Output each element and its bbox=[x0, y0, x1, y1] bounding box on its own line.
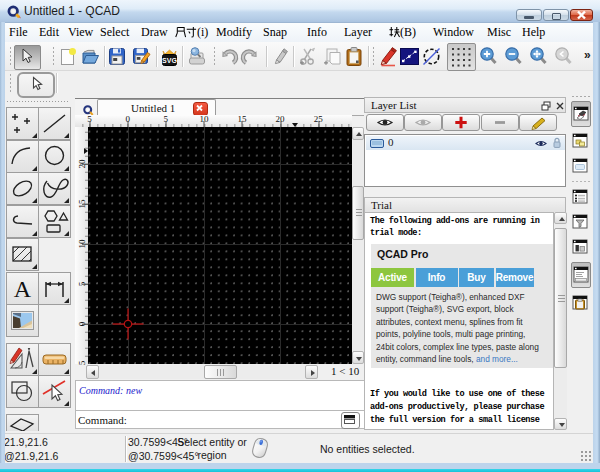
print-preview-icon[interactable] bbox=[188, 46, 206, 67]
close-panel-icon[interactable] bbox=[555, 101, 565, 111]
toolbar-handle[interactable] bbox=[9, 73, 12, 93]
vertical-scrollbar[interactable] bbox=[352, 127, 364, 364]
toolbar-handle[interactable] bbox=[52, 46, 55, 67]
cut-icon[interactable] bbox=[298, 46, 319, 67]
add-layer-button[interactable] bbox=[442, 114, 480, 131]
tool-arc[interactable] bbox=[6, 140, 39, 173]
menu-dimension[interactable]: (i) bbox=[175, 25, 208, 40]
property-editor-toggle-button[interactable] bbox=[571, 156, 591, 177]
maximize-button[interactable] bbox=[543, 9, 569, 21]
auto-zoom-icon[interactable] bbox=[529, 46, 548, 66]
remove-layer-button[interactable] bbox=[481, 114, 519, 131]
selection-filter-toggle-button[interactable] bbox=[571, 212, 591, 233]
copy-icon[interactable] bbox=[322, 46, 342, 67]
scroll-right-button[interactable] bbox=[305, 365, 318, 379]
paste-icon[interactable] bbox=[345, 46, 363, 67]
hide-all-layers-button[interactable] bbox=[404, 114, 442, 131]
document-tab[interactable]: Untitled 1 bbox=[97, 99, 216, 115]
drawing-canvas[interactable] bbox=[88, 127, 352, 364]
edit-properties-icon[interactable] bbox=[379, 46, 398, 67]
command-line-toggle-button[interactable] bbox=[571, 262, 591, 288]
toolbar-handle[interactable] bbox=[372, 46, 375, 67]
tool-boolean-shapes[interactable] bbox=[6, 375, 39, 408]
tool-isometric[interactable] bbox=[6, 414, 39, 431]
menu-layer[interactable]: Layer bbox=[344, 25, 372, 40]
toolbar-handle[interactable] bbox=[571, 180, 591, 183]
command-line-window-button[interactable] bbox=[341, 412, 360, 429]
save-as-icon[interactable] bbox=[132, 47, 151, 66]
grid-toggle-button[interactable] bbox=[447, 43, 476, 71]
scroll-down-button[interactable] bbox=[554, 418, 567, 430]
tool-text[interactable]: A bbox=[6, 272, 39, 305]
tool-ellipse[interactable] bbox=[6, 172, 39, 205]
menu-file[interactable]: File bbox=[9, 25, 28, 40]
tool-image[interactable] bbox=[6, 304, 39, 337]
layer-visible-icon[interactable] bbox=[535, 139, 547, 148]
scroll-up-button[interactable] bbox=[554, 212, 567, 224]
zoom-out-icon[interactable] bbox=[504, 46, 523, 66]
scroll-down-button[interactable] bbox=[352, 351, 364, 364]
layer-row[interactable]: 0 bbox=[366, 136, 565, 150]
menu-select[interactable]: Select bbox=[100, 25, 129, 40]
break-out-segment-icon[interactable] bbox=[422, 46, 441, 67]
selection-tool-button[interactable] bbox=[14, 45, 41, 70]
tool-deselect-arrow[interactable] bbox=[38, 375, 71, 408]
previous-view-icon[interactable] bbox=[554, 46, 573, 66]
scrollbar-thumb[interactable] bbox=[352, 186, 364, 240]
trial-scrollbar[interactable] bbox=[554, 212, 567, 430]
scrollbar-thumb[interactable] bbox=[554, 228, 567, 368]
tool-point[interactable] bbox=[6, 107, 39, 140]
menu-snap[interactable]: Snap bbox=[263, 25, 287, 40]
back-to-selection-button[interactable] bbox=[17, 72, 55, 98]
block-list-toggle-button[interactable] bbox=[571, 131, 591, 152]
addon-info-button[interactable]: Info bbox=[416, 268, 458, 287]
tool-circle[interactable] bbox=[38, 140, 71, 173]
new-file-icon[interactable] bbox=[59, 47, 77, 66]
tool-hatch[interactable] bbox=[6, 238, 39, 271]
tool-shape[interactable] bbox=[38, 205, 71, 238]
property-list-toggle-button[interactable] bbox=[571, 187, 591, 208]
addon-buy-button[interactable]: Buy bbox=[459, 268, 494, 287]
layer-lock-icon[interactable] bbox=[552, 137, 562, 149]
tool-line[interactable] bbox=[38, 107, 71, 140]
show-all-layers-button[interactable] bbox=[366, 114, 404, 131]
toolbox-handle[interactable] bbox=[3, 100, 70, 103]
tool-dimension[interactable] bbox=[38, 272, 71, 305]
edit-layer-button[interactable] bbox=[519, 114, 557, 131]
open-file-icon[interactable] bbox=[81, 47, 100, 66]
menu-info[interactable]: Info bbox=[307, 25, 327, 40]
zoom-in-icon[interactable] bbox=[479, 46, 498, 66]
toolbar-handle[interactable] bbox=[571, 95, 591, 98]
addon-active-button[interactable]: Active bbox=[371, 268, 414, 287]
addon-remove-button[interactable]: Remove bbox=[496, 268, 534, 287]
menu-block[interactable]: (B) bbox=[389, 25, 416, 40]
polyline-edit-icon[interactable] bbox=[400, 48, 419, 65]
tool-spline[interactable] bbox=[38, 172, 71, 205]
horizontal-scrollbar[interactable] bbox=[86, 365, 318, 379]
layer-list-toggle-button[interactable] bbox=[571, 101, 591, 127]
clipboard-panel-button[interactable] bbox=[571, 293, 591, 314]
redo-icon[interactable] bbox=[240, 47, 259, 65]
menu-view[interactable]: View bbox=[68, 25, 93, 40]
close-button[interactable] bbox=[570, 9, 593, 21]
menu-draw[interactable]: Draw bbox=[141, 25, 168, 40]
scroll-left-button[interactable] bbox=[86, 365, 99, 379]
menu-modify[interactable]: Modify bbox=[216, 25, 252, 40]
save-icon[interactable] bbox=[108, 47, 126, 66]
command-input[interactable] bbox=[136, 412, 340, 428]
svg-export-icon[interactable]: SVG bbox=[161, 46, 178, 67]
tool-info-ruler[interactable] bbox=[38, 343, 71, 376]
tool-measure[interactable] bbox=[6, 343, 39, 376]
minimize-button[interactable] bbox=[516, 9, 542, 21]
menu-window[interactable]: Window bbox=[433, 25, 474, 40]
addon-more-link[interactable]: and more... bbox=[476, 354, 518, 364]
scroll-up-button[interactable] bbox=[352, 127, 364, 140]
menu-edit[interactable]: Edit bbox=[39, 25, 59, 40]
menu-help[interactable]: Help bbox=[522, 25, 545, 40]
resize-grip[interactable] bbox=[580, 450, 593, 463]
erase-icon[interactable] bbox=[272, 47, 288, 66]
toolbar-handle[interactable] bbox=[213, 46, 216, 67]
scrollbar-thumb[interactable] bbox=[204, 365, 237, 379]
library-browser-toggle-button[interactable] bbox=[571, 237, 591, 258]
undo-icon[interactable] bbox=[220, 47, 239, 65]
